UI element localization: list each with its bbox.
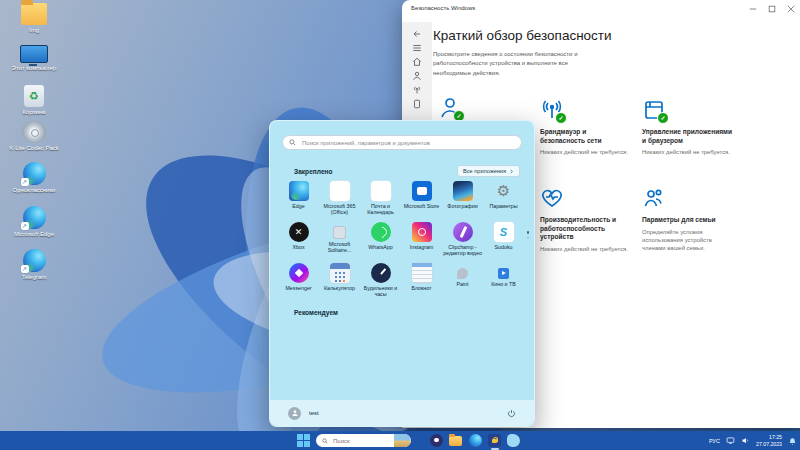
windows-logo-icon [297,434,303,440]
desktop-icon-label: Одноклассники [6,187,62,194]
chat-icon[interactable] [430,434,443,447]
all-apps-button[interactable]: Все приложения [457,165,520,177]
app-label: Edge [278,203,319,209]
firewall-network-icon: ✓ [540,98,564,122]
whatsapp-app-icon [371,222,391,242]
tile-firewall[interactable]: ✓ Брандмауэр и безопасность сети Никаких… [540,98,632,156]
start-app-calculator[interactable]: Калькулятор [319,263,360,303]
tile-title: Управление приложениями и браузером [642,128,734,145]
volume-icon[interactable] [741,436,750,445]
user-avatar[interactable] [288,407,301,420]
start-app-sudoku[interactable]: SSudoku [483,222,524,262]
clock[interactable]: 17:25 27.07.2023 [756,434,782,448]
xbox-app-icon: ✕ [289,222,309,242]
desktop-icon-label: Microsoft Edge [6,231,62,238]
desktop-icon-telegram[interactable]: ↗ Telegram [6,249,62,281]
desktop-icon-klite[interactable]: K-Lite Codec Pack [6,121,62,152]
start-app-instagram[interactable]: Instagram [401,222,442,262]
app-label: WhatsApp [360,244,401,250]
start-button[interactable] [297,434,310,447]
start-app-notepad[interactable]: Блокнот [401,263,442,303]
start-app-solitaire[interactable]: Microsoft Solitaire... [319,222,360,262]
notification-bell-icon[interactable] [788,432,797,450]
edge-browser-icon[interactable] [469,434,482,447]
app-label: Sudoku [483,244,524,250]
firewall-icon[interactable] [402,83,432,96]
start-app-photos[interactable]: Фотографии [442,181,483,221]
desktop-icon-odnoklassniki[interactable]: ↗ Одноклассники [6,162,62,194]
account-protection-icon: ✓ [438,96,462,120]
menu-icon[interactable] [402,41,432,54]
tray-time: 17:25 [756,434,782,441]
calculator-app-icon [330,263,350,283]
start-search-input[interactable] [300,139,515,147]
system-tray: РУС 17:25 27.07.2023 [709,431,797,450]
start-app-paint[interactable]: Paint [442,263,483,303]
back-icon[interactable] [402,27,432,40]
desktop-icon-label: Telegram [6,274,62,281]
start-app-movies[interactable]: Кино и ТВ [483,263,524,303]
minimize-button[interactable] [748,4,758,14]
desktop-icon-recycle-bin[interactable]: ♻ Корзина [6,85,62,116]
app-label: Кино и ТВ [483,281,524,287]
power-button[interactable] [507,404,516,422]
mail-app-icon [371,181,391,201]
search-icon [289,139,296,146]
pinned-apps-grid: Edge Microsoft 365 (Office) Почта и Кале… [278,181,526,304]
recommended-label: Рекомендуем [294,309,338,316]
taskbar-search-box[interactable] [316,434,411,447]
app-label: Paint [442,281,483,287]
start-app-store[interactable]: Microsoft Store [401,181,442,221]
start-app-xbox[interactable]: ✕Xbox [278,222,319,262]
app-label: Будильники и часы [360,285,401,297]
desktop-icon-label: Этот компьютер [6,65,62,72]
start-menu: Закреплено Все приложения Edge Microsoft… [269,120,535,427]
desktop-icon-label: Img [6,27,62,34]
start-app-edge[interactable]: Edge [278,181,319,221]
app-browser-icon: ✓ [642,98,666,122]
home-icon[interactable] [402,55,432,68]
tile-app-browser[interactable]: ✓ Управление приложениями и браузером Ни… [642,98,734,156]
start-app-office[interactable]: Microsoft 365 (Office) [319,181,360,221]
start-app-whatsapp[interactable]: WhatsApp [360,222,401,262]
window-title: Безопасность Windows [411,5,475,11]
clipchamp-app-icon [453,222,473,242]
settings-gear-icon: ⚙ [494,181,514,201]
network-icon[interactable] [726,436,735,445]
windows-logo-icon [297,441,303,447]
store-taskbar-icon[interactable] [507,434,520,447]
tile-desc: Никаких действий не требуется. [540,148,632,156]
start-app-clipchamp[interactable]: Clipchamp - редактор видео [442,222,483,262]
start-search-box[interactable] [282,135,522,150]
start-app-settings[interactable]: ⚙Параметры [483,181,524,221]
notepad-app-icon [412,263,432,283]
maximize-button[interactable] [767,4,777,14]
account-protection-icon[interactable] [402,69,432,82]
start-app-mail[interactable]: Почта и Календарь [360,181,401,221]
device-security-icon[interactable] [402,97,432,110]
start-app-messenger[interactable]: Messenger [278,263,319,303]
close-button[interactable] [786,4,796,14]
language-indicator[interactable]: РУС [709,438,720,444]
app-label: Калькулятор [319,285,360,291]
search-highlight-image [394,434,411,447]
shortcut-arrow-icon: ↗ [21,222,29,230]
tile-family-options[interactable]: Параметры для семьи Определяйте условия … [642,186,734,252]
taskbar-search-input[interactable] [331,437,383,445]
file-explorer-icon[interactable] [449,436,462,446]
start-app-clock[interactable]: Будильники и часы [360,263,401,303]
windows-security-taskbar-icon[interactable] [488,434,501,447]
tile-account-protection[interactable]: ✓ [438,96,530,120]
user-name: test [309,410,319,416]
tile-desc: Определяйте условия использования устрой… [642,228,734,253]
desktop-icon-img-folder[interactable]: Img [6,3,62,34]
edge-shortcut-icon: ↗ [23,206,46,229]
desktop-icon-this-pc[interactable]: Этот компьютер [6,45,62,72]
desktop-icon-edge[interactable]: ↗ Microsoft Edge [6,206,62,238]
page-indicator[interactable] [527,231,530,239]
start-footer: test [270,400,534,426]
windows-logo-icon [304,441,310,447]
tile-device-performance[interactable]: Производительность и работоспособность у… [540,186,632,253]
recycle-bin-icon: ♻ [24,85,44,107]
desktop-icon-label: Корзина [6,109,62,116]
